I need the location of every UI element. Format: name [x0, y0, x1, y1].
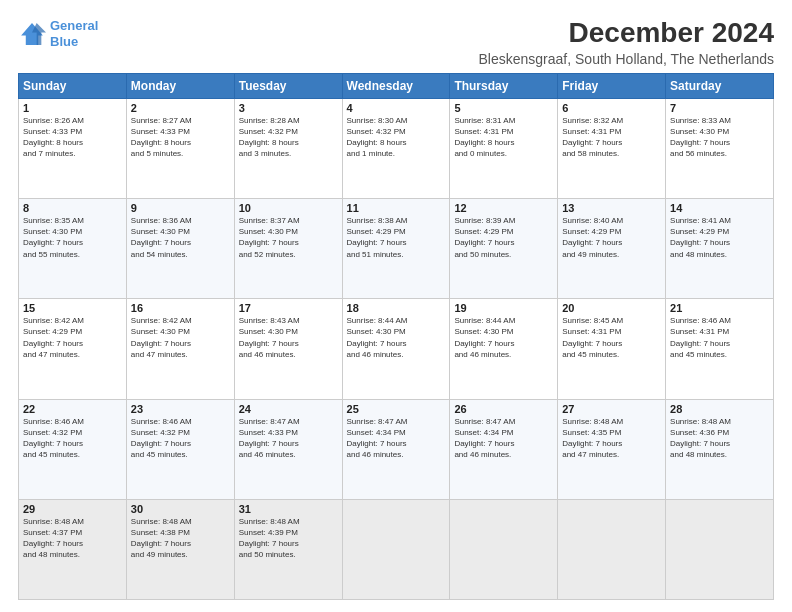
cell-info: Sunrise: 8:48 AM Sunset: 4:36 PM Dayligh… [670, 416, 769, 461]
calendar-cell [666, 499, 774, 599]
day-number: 25 [347, 403, 446, 415]
day-number: 14 [670, 202, 769, 214]
calendar-cell: 23Sunrise: 8:46 AM Sunset: 4:32 PM Dayli… [126, 399, 234, 499]
logo-icon [18, 20, 46, 48]
calendar-col-friday: Friday [558, 73, 666, 98]
calendar-week-row: 15Sunrise: 8:42 AM Sunset: 4:29 PM Dayli… [19, 299, 774, 399]
calendar-cell: 27Sunrise: 8:48 AM Sunset: 4:35 PM Dayli… [558, 399, 666, 499]
calendar-cell [558, 499, 666, 599]
calendar-cell [450, 499, 558, 599]
logo-text: General Blue [50, 18, 98, 49]
cell-info: Sunrise: 8:32 AM Sunset: 4:31 PM Dayligh… [562, 115, 661, 160]
calendar-cell: 25Sunrise: 8:47 AM Sunset: 4:34 PM Dayli… [342, 399, 450, 499]
calendar-week-row: 1Sunrise: 8:26 AM Sunset: 4:33 PM Daylig… [19, 98, 774, 198]
calendar-cell: 14Sunrise: 8:41 AM Sunset: 4:29 PM Dayli… [666, 199, 774, 299]
calendar-cell: 18Sunrise: 8:44 AM Sunset: 4:30 PM Dayli… [342, 299, 450, 399]
calendar-col-thursday: Thursday [450, 73, 558, 98]
cell-info: Sunrise: 8:48 AM Sunset: 4:37 PM Dayligh… [23, 516, 122, 561]
calendar-week-row: 22Sunrise: 8:46 AM Sunset: 4:32 PM Dayli… [19, 399, 774, 499]
calendar-cell: 28Sunrise: 8:48 AM Sunset: 4:36 PM Dayli… [666, 399, 774, 499]
calendar-cell: 20Sunrise: 8:45 AM Sunset: 4:31 PM Dayli… [558, 299, 666, 399]
day-number: 6 [562, 102, 661, 114]
day-number: 12 [454, 202, 553, 214]
calendar-cell: 11Sunrise: 8:38 AM Sunset: 4:29 PM Dayli… [342, 199, 450, 299]
cell-info: Sunrise: 8:31 AM Sunset: 4:31 PM Dayligh… [454, 115, 553, 160]
logo-line2: Blue [50, 34, 78, 49]
calendar-cell: 9Sunrise: 8:36 AM Sunset: 4:30 PM Daylig… [126, 199, 234, 299]
day-number: 13 [562, 202, 661, 214]
logo: General Blue [18, 18, 98, 49]
calendar-cell: 7Sunrise: 8:33 AM Sunset: 4:30 PM Daylig… [666, 98, 774, 198]
cell-info: Sunrise: 8:40 AM Sunset: 4:29 PM Dayligh… [562, 215, 661, 260]
cell-info: Sunrise: 8:38 AM Sunset: 4:29 PM Dayligh… [347, 215, 446, 260]
day-number: 30 [131, 503, 230, 515]
calendar-cell: 2Sunrise: 8:27 AM Sunset: 4:33 PM Daylig… [126, 98, 234, 198]
cell-info: Sunrise: 8:33 AM Sunset: 4:30 PM Dayligh… [670, 115, 769, 160]
cell-info: Sunrise: 8:41 AM Sunset: 4:29 PM Dayligh… [670, 215, 769, 260]
header: General Blue December 2024 Bleskensgraaf… [18, 18, 774, 67]
day-number: 16 [131, 302, 230, 314]
calendar-cell: 3Sunrise: 8:28 AM Sunset: 4:32 PM Daylig… [234, 98, 342, 198]
day-number: 24 [239, 403, 338, 415]
cell-info: Sunrise: 8:42 AM Sunset: 4:29 PM Dayligh… [23, 315, 122, 360]
calendar-cell [342, 499, 450, 599]
calendar-table: SundayMondayTuesdayWednesdayThursdayFrid… [18, 73, 774, 600]
day-number: 4 [347, 102, 446, 114]
day-number: 31 [239, 503, 338, 515]
day-number: 3 [239, 102, 338, 114]
calendar-cell: 29Sunrise: 8:48 AM Sunset: 4:37 PM Dayli… [19, 499, 127, 599]
calendar-col-tuesday: Tuesday [234, 73, 342, 98]
cell-info: Sunrise: 8:48 AM Sunset: 4:39 PM Dayligh… [239, 516, 338, 561]
day-number: 10 [239, 202, 338, 214]
cell-info: Sunrise: 8:37 AM Sunset: 4:30 PM Dayligh… [239, 215, 338, 260]
cell-info: Sunrise: 8:39 AM Sunset: 4:29 PM Dayligh… [454, 215, 553, 260]
subtitle: Bleskensgraaf, South Holland, The Nether… [479, 51, 774, 67]
cell-info: Sunrise: 8:47 AM Sunset: 4:34 PM Dayligh… [347, 416, 446, 461]
calendar-cell: 16Sunrise: 8:42 AM Sunset: 4:30 PM Dayli… [126, 299, 234, 399]
calendar-cell: 6Sunrise: 8:32 AM Sunset: 4:31 PM Daylig… [558, 98, 666, 198]
calendar-col-saturday: Saturday [666, 73, 774, 98]
calendar-cell: 30Sunrise: 8:48 AM Sunset: 4:38 PM Dayli… [126, 499, 234, 599]
calendar-cell: 15Sunrise: 8:42 AM Sunset: 4:29 PM Dayli… [19, 299, 127, 399]
calendar-header-row: SundayMondayTuesdayWednesdayThursdayFrid… [19, 73, 774, 98]
day-number: 19 [454, 302, 553, 314]
day-number: 28 [670, 403, 769, 415]
cell-info: Sunrise: 8:47 AM Sunset: 4:34 PM Dayligh… [454, 416, 553, 461]
day-number: 15 [23, 302, 122, 314]
day-number: 17 [239, 302, 338, 314]
day-number: 27 [562, 403, 661, 415]
cell-info: Sunrise: 8:44 AM Sunset: 4:30 PM Dayligh… [454, 315, 553, 360]
day-number: 22 [23, 403, 122, 415]
cell-info: Sunrise: 8:46 AM Sunset: 4:32 PM Dayligh… [23, 416, 122, 461]
calendar-cell: 22Sunrise: 8:46 AM Sunset: 4:32 PM Dayli… [19, 399, 127, 499]
day-number: 18 [347, 302, 446, 314]
page: General Blue December 2024 Bleskensgraaf… [0, 0, 792, 612]
day-number: 21 [670, 302, 769, 314]
calendar-cell: 5Sunrise: 8:31 AM Sunset: 4:31 PM Daylig… [450, 98, 558, 198]
cell-info: Sunrise: 8:46 AM Sunset: 4:32 PM Dayligh… [131, 416, 230, 461]
calendar-week-row: 29Sunrise: 8:48 AM Sunset: 4:37 PM Dayli… [19, 499, 774, 599]
calendar-cell: 1Sunrise: 8:26 AM Sunset: 4:33 PM Daylig… [19, 98, 127, 198]
day-number: 29 [23, 503, 122, 515]
calendar-cell: 19Sunrise: 8:44 AM Sunset: 4:30 PM Dayli… [450, 299, 558, 399]
cell-info: Sunrise: 8:48 AM Sunset: 4:35 PM Dayligh… [562, 416, 661, 461]
day-number: 5 [454, 102, 553, 114]
cell-info: Sunrise: 8:42 AM Sunset: 4:30 PM Dayligh… [131, 315, 230, 360]
calendar-col-sunday: Sunday [19, 73, 127, 98]
calendar-col-wednesday: Wednesday [342, 73, 450, 98]
main-title: December 2024 [479, 18, 774, 49]
calendar-cell: 8Sunrise: 8:35 AM Sunset: 4:30 PM Daylig… [19, 199, 127, 299]
day-number: 9 [131, 202, 230, 214]
cell-info: Sunrise: 8:46 AM Sunset: 4:31 PM Dayligh… [670, 315, 769, 360]
cell-info: Sunrise: 8:26 AM Sunset: 4:33 PM Dayligh… [23, 115, 122, 160]
cell-info: Sunrise: 8:35 AM Sunset: 4:30 PM Dayligh… [23, 215, 122, 260]
calendar-cell: 31Sunrise: 8:48 AM Sunset: 4:39 PM Dayli… [234, 499, 342, 599]
calendar-cell: 17Sunrise: 8:43 AM Sunset: 4:30 PM Dayli… [234, 299, 342, 399]
cell-info: Sunrise: 8:48 AM Sunset: 4:38 PM Dayligh… [131, 516, 230, 561]
logo-line1: General [50, 18, 98, 33]
day-number: 11 [347, 202, 446, 214]
calendar-cell: 12Sunrise: 8:39 AM Sunset: 4:29 PM Dayli… [450, 199, 558, 299]
calendar-cell: 13Sunrise: 8:40 AM Sunset: 4:29 PM Dayli… [558, 199, 666, 299]
calendar-cell: 26Sunrise: 8:47 AM Sunset: 4:34 PM Dayli… [450, 399, 558, 499]
calendar-col-monday: Monday [126, 73, 234, 98]
